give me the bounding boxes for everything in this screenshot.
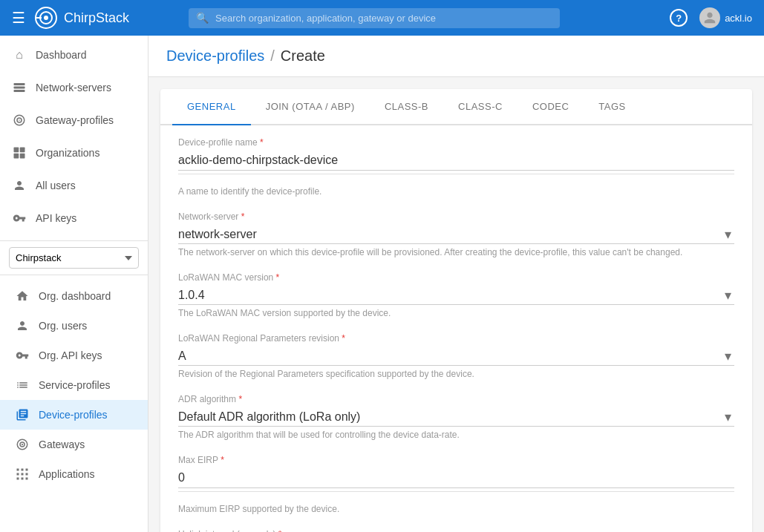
svg-rect-20 [17, 473, 19, 476]
navbar: ☰ ChirpStack 🔍 ? ackl.io [0, 0, 764, 36]
sidebar-item-org-api-keys[interactable]: Org. API keys [0, 341, 148, 370]
sidebar-item-applications[interactable]: Applications [0, 459, 148, 489]
device-profile-card: GENERAL JOIN (OTAA / ABP) CLASS-B CLASS-… [160, 89, 752, 532]
svg-rect-19 [26, 469, 28, 471]
network-server-field: Network-server * network-server ▾ The ne… [178, 211, 734, 257]
svg-rect-21 [22, 473, 24, 476]
lorawan-mac-wrapper: 1.0.4 ▾ [178, 286, 734, 305]
svg-rect-11 [20, 148, 25, 153]
tabs: GENERAL JOIN (OTAA / ABP) CLASS-B CLASS-… [160, 89, 752, 125]
sidebar-item-label: Applications [39, 468, 95, 480]
help-button[interactable]: ? [670, 9, 688, 27]
svg-point-9 [19, 119, 20, 121]
tab-class-b[interactable]: CLASS-B [370, 89, 443, 125]
logo-icon [34, 6, 58, 30]
lorawan-mac-select[interactable]: 1.0.4 [178, 286, 734, 305]
logo-text: ChirpStack [64, 10, 129, 26]
logo: ChirpStack [34, 6, 129, 30]
svg-rect-13 [20, 154, 25, 159]
svg-rect-4 [14, 83, 25, 85]
max-eirp-hint: Maximum EIRP supported by the device. [178, 504, 734, 514]
device-profile-name-field: Device-profile name * A name to identify… [178, 137, 734, 197]
sidebar-item-all-users[interactable]: All users [0, 169, 148, 202]
device-profile-name-label: Device-profile name * [178, 137, 734, 148]
sidebar-item-gateways[interactable]: Gateways [0, 430, 148, 459]
org-users-icon [15, 318, 30, 333]
gateway-profiles-icon [12, 113, 27, 128]
sidebar-item-label: Org. users [39, 320, 87, 332]
sidebar-item-label: Org. dashboard [39, 290, 111, 302]
sidebar-item-label: Service-profiles [39, 379, 110, 391]
sidebar-item-org-users[interactable]: Org. users [0, 311, 148, 341]
lorawan-mac-label: LoRaWAN MAC version * [178, 272, 734, 283]
tab-class-c[interactable]: CLASS-C [443, 89, 518, 125]
search-input[interactable] [189, 8, 560, 28]
uplink-interval-field: Uplink interval (seconds) * The expected… [178, 529, 734, 532]
device-profile-name-input[interactable] [178, 151, 734, 171]
sidebar-item-network-servers[interactable]: Network-servers [0, 71, 148, 104]
menu-icon[interactable]: ☰ [12, 9, 25, 27]
svg-rect-25 [26, 478, 28, 480]
breadcrumb: Device-profiles / Create [166, 47, 746, 65]
org-selector: Chirpstack [0, 240, 148, 275]
tab-join[interactable]: JOIN (OTAA / ABP) [251, 89, 370, 125]
svg-rect-22 [26, 473, 28, 476]
network-server-select[interactable]: network-server [178, 225, 734, 244]
sidebar-item-api-keys[interactable]: API keys [0, 202, 148, 234]
tab-codec[interactable]: CODEC [518, 89, 584, 125]
org-select[interactable]: Chirpstack [9, 247, 139, 269]
sidebar-item-label: Dashboard [36, 49, 87, 61]
svg-rect-10 [14, 148, 19, 153]
main-content: Device-profiles / Create GENERAL JOIN (O… [148, 36, 764, 532]
breadcrumb-link[interactable]: Device-profiles [166, 47, 264, 65]
device-profile-name-hint: A name to identify the device-profile. [178, 186, 734, 197]
service-profiles-icon [15, 378, 30, 393]
svg-rect-6 [14, 90, 25, 92]
max-eirp-input[interactable] [178, 468, 734, 488]
sidebar-item-label: Gateway-profiles [36, 114, 114, 126]
device-profiles-icon [15, 407, 30, 422]
lorawan-regional-label: LoRaWAN Regional Parameters revision * [178, 333, 734, 344]
sidebar-item-dashboard[interactable]: ⌂ Dashboard [0, 39, 148, 71]
sidebar-item-service-profiles[interactable]: Service-profiles [0, 370, 148, 400]
lorawan-regional-field: LoRaWAN Regional Parameters revision * A… [178, 333, 734, 379]
sidebar-item-label: API keys [36, 212, 76, 224]
sidebar-item-label: Network-servers [36, 82, 111, 93]
svg-rect-5 [14, 87, 25, 89]
svg-rect-12 [14, 154, 19, 159]
svg-rect-17 [17, 469, 19, 471]
sidebar-item-label: Org. API keys [39, 349, 102, 361]
max-eirp-label: Max EIRP * [178, 455, 734, 465]
gateways-icon [15, 437, 30, 452]
organizations-icon [12, 145, 27, 160]
lorawan-mac-hint: The LoRaWAN MAC version supported by the… [178, 308, 734, 318]
search-icon: 🔍 [196, 12, 209, 24]
tab-tags[interactable]: TAGS [584, 89, 640, 125]
form-content: Device-profile name * A name to identify… [160, 125, 752, 532]
api-keys-icon [12, 211, 27, 226]
sidebar-item-label: All users [36, 180, 76, 191]
svg-point-2 [44, 16, 48, 20]
uplink-interval-label: Uplink interval (seconds) * [178, 529, 734, 532]
tab-general[interactable]: GENERAL [172, 89, 251, 125]
all-users-icon [12, 178, 27, 193]
sidebar-org-items: Org. dashboard Org. users Org. API keys … [0, 278, 148, 492]
dashboard-icon: ⌂ [12, 47, 27, 62]
adr-algorithm-wrapper: Default ADR algorithm (LoRa only) ▾ [178, 407, 734, 427]
adr-algorithm-select[interactable]: Default ADR algorithm (LoRa only) [178, 407, 734, 427]
sidebar-item-label: Device-profiles [39, 409, 108, 421]
sidebar-item-device-profiles[interactable]: Device-profiles [0, 400, 148, 430]
adr-algorithm-hint: The ADR algorithm that will be used for … [178, 430, 734, 440]
lorawan-regional-select[interactable]: A [178, 347, 734, 366]
sidebar-item-gateway-profiles[interactable]: Gateway-profiles [0, 104, 148, 137]
sidebar-item-org-dashboard[interactable]: Org. dashboard [0, 281, 148, 311]
avatar [699, 7, 720, 28]
applications-icon [15, 467, 30, 482]
lorawan-regional-wrapper: A ▾ [178, 347, 734, 366]
sidebar-item-organizations[interactable]: Organizations [0, 137, 148, 169]
user-menu[interactable]: ackl.io [699, 7, 752, 28]
svg-rect-24 [22, 478, 24, 480]
sidebar: ⌂ Dashboard Network-servers Gateway-prof… [0, 36, 148, 532]
navbar-right: ? ackl.io [670, 7, 752, 28]
network-server-label: Network-server * [178, 211, 734, 222]
